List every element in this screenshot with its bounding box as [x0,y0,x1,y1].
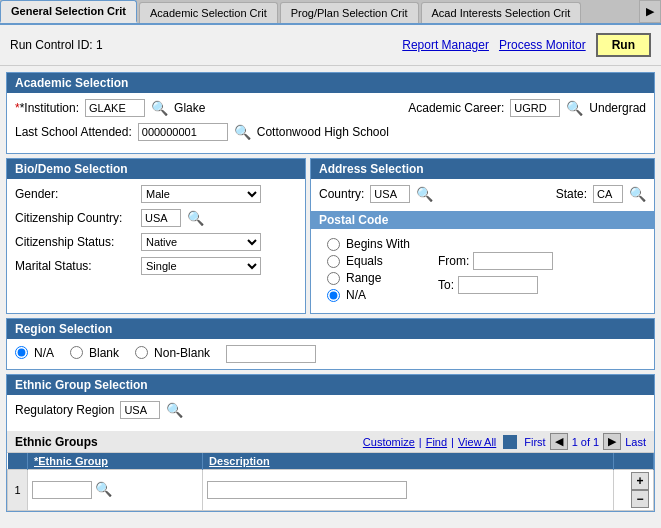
citizenship-status-select[interactable]: Native Permanent Resident Non-Resident [141,233,261,251]
to-label: To: [438,278,454,292]
view-all-link[interactable]: View All [458,436,496,448]
actions-col-header [614,453,654,470]
institution-input[interactable] [85,99,145,117]
region-blank-label: Blank [89,346,119,360]
customize-link[interactable]: Customize [363,436,415,448]
ethnic-group-input[interactable] [32,481,92,499]
institution-search-icon[interactable]: 🔍 [151,100,168,116]
institution-label: *Institution: [15,101,79,115]
region-nonblank-radio[interactable] [135,346,148,359]
marital-status-row: Marital Status: Single Married Divorced [15,257,297,275]
begins-with-radio[interactable] [327,238,340,251]
row-num-header [8,453,28,470]
tab-prog-plan-selection[interactable]: Prog/Plan Selection Crit [280,2,419,23]
equals-label: Equals [346,254,383,268]
last-label: Last [625,436,646,448]
region-selection-body: N/A Blank Non-Blank [7,339,654,369]
run-button[interactable]: Run [596,33,651,57]
region-blank-radio[interactable] [70,346,83,359]
tab-scroll-arrow[interactable]: ▶ [639,0,661,23]
last-school-name: Cottonwood High School [257,125,389,139]
regulatory-region-input[interactable] [120,401,160,419]
postal-code-section: Postal Code Begins With Equals Range [311,211,654,313]
na-row: N/A [327,288,410,302]
grid-view-icon[interactable] [503,435,517,449]
region-blank-row: Blank [70,346,119,360]
institution-row: *Institution: 🔍 Glake Academic Career: 🔍… [15,99,646,117]
career-input[interactable] [510,99,560,117]
citizenship-country-input[interactable] [141,209,181,227]
tab-general-selection[interactable]: General Selection Crit [0,0,137,23]
table-row: 1 🔍 + − [8,470,654,511]
from-label: From: [438,254,469,268]
add-row-button[interactable]: + [631,472,649,490]
begins-with-row: Begins With [327,237,410,251]
description-input[interactable] [207,481,407,499]
postal-radio-group: Begins With Equals Range N/A [319,233,418,309]
gender-label: Gender: [15,187,135,201]
last-school-row: Last School Attended: 🔍 Cottonwood High … [15,123,646,141]
tab-bar: General Selection Crit Academic Selectio… [0,0,661,25]
address-selection-body: Country: 🔍 State: 🔍 [311,179,654,211]
region-na-radio[interactable] [15,346,28,359]
description-cell [203,470,614,511]
gender-row: Gender: Male Female [15,185,297,203]
last-school-search-icon[interactable]: 🔍 [234,124,251,140]
na-radio[interactable] [327,289,340,302]
equals-row: Equals [327,254,410,268]
state-label: State: [556,187,587,201]
description-col-header[interactable]: Description [203,453,614,470]
region-selection-section: Region Selection N/A Blank Non-Blank [6,318,655,370]
career-search-icon[interactable]: 🔍 [566,100,583,116]
country-input[interactable] [370,185,410,203]
process-monitor-link[interactable]: Process Monitor [499,38,586,52]
state-input[interactable] [593,185,623,203]
find-link[interactable]: Find [426,436,447,448]
begins-with-label: Begins With [346,237,410,251]
prev-page-button[interactable]: ◀ [550,433,568,450]
bio-demo-section: Bio/Demo Selection Gender: Male Female C… [6,158,306,314]
gender-select[interactable]: Male Female [141,185,261,203]
range-radio[interactable] [327,272,340,285]
equals-radio[interactable] [327,255,340,268]
regulatory-region-search-icon[interactable]: 🔍 [166,402,183,418]
academic-selection-section: Academic Selection *Institution: 🔍 Glake… [6,72,655,154]
from-to-group: From: To: [438,233,553,309]
to-input[interactable] [458,276,538,294]
ethnic-group-cell: 🔍 [28,470,203,511]
citizenship-country-search-icon[interactable]: 🔍 [187,210,204,226]
delete-row-button[interactable]: − [631,490,649,508]
country-label: Country: [319,187,364,201]
marital-status-select[interactable]: Single Married Divorced [141,257,261,275]
next-page-button[interactable]: ▶ [603,433,621,450]
last-school-input[interactable] [138,123,228,141]
citizenship-country-label: Citizenship Country: [15,211,135,225]
tab-acad-interests[interactable]: Acad Interests Selection Crit [421,2,582,23]
ethnic-group-search-icon[interactable]: 🔍 [95,481,112,497]
bio-demo-header: Bio/Demo Selection [7,159,305,179]
citizenship-status-row: Citizenship Status: Native Permanent Res… [15,233,297,251]
address-selection-header: Address Selection [311,159,654,179]
tab-academic-selection[interactable]: Academic Selection Crit [139,2,278,23]
na-label: N/A [346,288,366,302]
from-input[interactable] [473,252,553,270]
header-links: Report Manager Process Monitor Run [402,33,651,57]
regulatory-region-label: Regulatory Region [15,403,114,417]
report-manager-link[interactable]: Report Manager [402,38,489,52]
run-control-value: 1 [96,38,103,52]
country-row: Country: 🔍 State: 🔍 [319,185,646,203]
region-text-input[interactable] [226,345,316,363]
postal-code-body: Begins With Equals Range N/A [311,229,654,313]
institution-name: Glake [174,101,205,115]
marital-status-label: Marital Status: [15,259,135,273]
bio-demo-body: Gender: Male Female Citizenship Country:… [7,179,305,287]
citizenship-country-row: Citizenship Country: 🔍 [15,209,297,227]
first-label: First [524,436,545,448]
from-row: From: [438,252,553,270]
ethnic-group-col-header[interactable]: *Ethnic Group [28,453,203,470]
state-search-icon[interactable]: 🔍 [629,186,646,202]
region-nonblank-row: Non-Blank [135,346,210,360]
region-na-label: N/A [34,346,54,360]
country-search-icon[interactable]: 🔍 [416,186,433,202]
career-label: Academic Career: [408,101,504,115]
